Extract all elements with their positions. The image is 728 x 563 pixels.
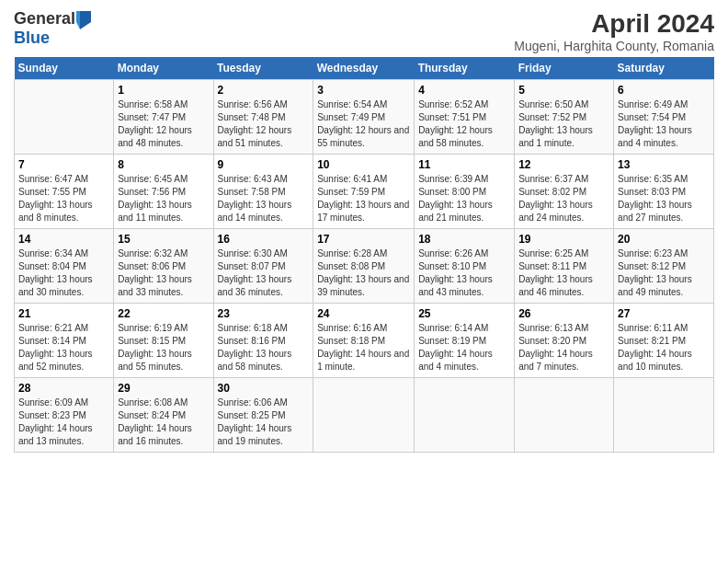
- day-number: 7: [18, 158, 109, 171]
- calendar-cell: 25Sunrise: 6:14 AM Sunset: 8:19 PM Dayli…: [415, 304, 515, 378]
- calendar-cell: 3Sunrise: 6:54 AM Sunset: 7:49 PM Daylig…: [313, 80, 415, 155]
- svg-marker-0: [80, 11, 91, 29]
- logo-icon: [76, 9, 91, 29]
- calendar-cell: [313, 378, 415, 453]
- day-header-thursday: Thursday: [415, 57, 515, 80]
- calendar-header-row: SundayMondayTuesdayWednesdayThursdayFrid…: [15, 57, 714, 80]
- day-info: Sunrise: 6:26 AM Sunset: 8:10 PM Dayligh…: [418, 247, 510, 299]
- calendar-cell: 20Sunrise: 6:23 AM Sunset: 8:12 PM Dayli…: [614, 229, 714, 304]
- calendar-cell: 17Sunrise: 6:28 AM Sunset: 8:08 PM Dayli…: [313, 229, 415, 304]
- day-number: 30: [218, 382, 310, 395]
- calendar-week-row: 14Sunrise: 6:34 AM Sunset: 8:04 PM Dayli…: [15, 229, 714, 304]
- day-info: Sunrise: 6:58 AM Sunset: 7:47 PM Dayligh…: [118, 98, 209, 150]
- day-number: 5: [518, 84, 609, 97]
- day-info: Sunrise: 6:25 AM Sunset: 8:11 PM Dayligh…: [518, 247, 609, 299]
- day-number: 8: [118, 158, 209, 171]
- day-info: Sunrise: 6:49 AM Sunset: 7:54 PM Dayligh…: [618, 98, 710, 150]
- calendar-cell: 5Sunrise: 6:50 AM Sunset: 7:52 PM Daylig…: [515, 80, 614, 155]
- day-number: 2: [218, 84, 310, 97]
- day-info: Sunrise: 6:39 AM Sunset: 8:00 PM Dayligh…: [418, 173, 510, 224]
- calendar-cell: 1Sunrise: 6:58 AM Sunset: 7:47 PM Daylig…: [114, 80, 213, 155]
- day-info: Sunrise: 6:14 AM Sunset: 8:19 PM Dayligh…: [418, 322, 510, 373]
- calendar-cell: 22Sunrise: 6:19 AM Sunset: 8:15 PM Dayli…: [114, 304, 213, 378]
- calendar-cell: 8Sunrise: 6:45 AM Sunset: 7:56 PM Daylig…: [114, 155, 213, 229]
- calendar-cell: 24Sunrise: 6:16 AM Sunset: 8:18 PM Dayli…: [313, 304, 415, 378]
- day-info: Sunrise: 6:34 AM Sunset: 8:04 PM Dayligh…: [18, 247, 109, 299]
- calendar-cell: 11Sunrise: 6:39 AM Sunset: 8:00 PM Dayli…: [415, 155, 515, 229]
- calendar-cell: 18Sunrise: 6:26 AM Sunset: 8:10 PM Dayli…: [415, 229, 515, 304]
- day-info: Sunrise: 6:11 AM Sunset: 8:21 PM Dayligh…: [618, 322, 710, 373]
- day-number: 29: [118, 382, 209, 395]
- day-number: 23: [218, 307, 310, 320]
- day-number: 19: [518, 233, 609, 246]
- day-number: 25: [418, 307, 510, 320]
- calendar-cell: 10Sunrise: 6:41 AM Sunset: 7:59 PM Dayli…: [313, 155, 415, 229]
- page-subtitle: Mugeni, Harghita County, Romania: [514, 39, 714, 53]
- calendar-cell: 21Sunrise: 6:21 AM Sunset: 8:14 PM Dayli…: [15, 304, 114, 378]
- day-info: Sunrise: 6:08 AM Sunset: 8:24 PM Dayligh…: [118, 396, 209, 448]
- calendar-cell: 29Sunrise: 6:08 AM Sunset: 8:24 PM Dayli…: [114, 378, 213, 453]
- day-info: Sunrise: 6:47 AM Sunset: 7:55 PM Dayligh…: [18, 173, 109, 224]
- day-info: Sunrise: 6:45 AM Sunset: 7:56 PM Dayligh…: [118, 173, 209, 224]
- calendar-week-row: 21Sunrise: 6:21 AM Sunset: 8:14 PM Dayli…: [15, 304, 714, 378]
- svg-marker-1: [76, 11, 80, 29]
- day-header-friday: Friday: [515, 57, 614, 80]
- day-number: 16: [218, 233, 310, 246]
- calendar-cell: 4Sunrise: 6:52 AM Sunset: 7:51 PM Daylig…: [415, 80, 515, 155]
- day-info: Sunrise: 6:18 AM Sunset: 8:16 PM Dayligh…: [218, 322, 310, 373]
- calendar-cell: 28Sunrise: 6:09 AM Sunset: 8:23 PM Dayli…: [15, 378, 114, 453]
- day-info: Sunrise: 6:54 AM Sunset: 7:49 PM Dayligh…: [317, 98, 410, 150]
- calendar-cell: 27Sunrise: 6:11 AM Sunset: 8:21 PM Dayli…: [614, 304, 714, 378]
- day-info: Sunrise: 6:28 AM Sunset: 8:08 PM Dayligh…: [317, 247, 410, 299]
- calendar-cell: 13Sunrise: 6:35 AM Sunset: 8:03 PM Dayli…: [614, 155, 714, 229]
- calendar-cell: 23Sunrise: 6:18 AM Sunset: 8:16 PM Dayli…: [213, 304, 313, 378]
- calendar-cell: 15Sunrise: 6:32 AM Sunset: 8:06 PM Dayli…: [114, 229, 213, 304]
- day-number: 27: [618, 307, 710, 320]
- day-number: 14: [18, 233, 109, 246]
- day-number: 4: [418, 84, 510, 97]
- day-info: Sunrise: 6:23 AM Sunset: 8:12 PM Dayligh…: [618, 247, 710, 299]
- day-number: 1: [118, 84, 209, 97]
- calendar-cell: 14Sunrise: 6:34 AM Sunset: 8:04 PM Dayli…: [15, 229, 114, 304]
- calendar-cell: 6Sunrise: 6:49 AM Sunset: 7:54 PM Daylig…: [614, 80, 714, 155]
- day-info: Sunrise: 6:41 AM Sunset: 7:59 PM Dayligh…: [317, 173, 410, 224]
- day-info: Sunrise: 6:35 AM Sunset: 8:03 PM Dayligh…: [618, 173, 710, 224]
- day-number: 10: [317, 158, 410, 171]
- logo-blue-text: Blue: [14, 29, 50, 47]
- day-number: 11: [418, 158, 510, 171]
- calendar-cell: 9Sunrise: 6:43 AM Sunset: 7:58 PM Daylig…: [213, 155, 313, 229]
- day-number: 22: [118, 307, 209, 320]
- header: General Blue April 2024 Mugeni, Harghita…: [14, 9, 714, 53]
- calendar-cell: [415, 378, 515, 453]
- page-container: General Blue April 2024 Mugeni, Harghita…: [0, 0, 728, 462]
- day-number: 20: [618, 233, 710, 246]
- day-number: 15: [118, 233, 209, 246]
- day-number: 28: [18, 382, 109, 395]
- day-header-monday: Monday: [114, 57, 213, 80]
- day-info: Sunrise: 6:09 AM Sunset: 8:23 PM Dayligh…: [18, 396, 109, 448]
- calendar-cell: 7Sunrise: 6:47 AM Sunset: 7:55 PM Daylig…: [15, 155, 114, 229]
- calendar-cell: 26Sunrise: 6:13 AM Sunset: 8:20 PM Dayli…: [515, 304, 614, 378]
- day-number: 24: [317, 307, 410, 320]
- day-number: 21: [18, 307, 109, 320]
- calendar-cell: [515, 378, 614, 453]
- day-info: Sunrise: 6:56 AM Sunset: 7:48 PM Dayligh…: [218, 98, 310, 150]
- calendar-cell: [614, 378, 714, 453]
- calendar-cell: 19Sunrise: 6:25 AM Sunset: 8:11 PM Dayli…: [515, 229, 614, 304]
- day-info: Sunrise: 6:13 AM Sunset: 8:20 PM Dayligh…: [518, 322, 609, 373]
- day-header-sunday: Sunday: [15, 57, 114, 80]
- day-info: Sunrise: 6:52 AM Sunset: 7:51 PM Dayligh…: [418, 98, 510, 150]
- day-info: Sunrise: 6:19 AM Sunset: 8:15 PM Dayligh…: [118, 322, 209, 373]
- day-header-saturday: Saturday: [614, 57, 714, 80]
- day-info: Sunrise: 6:30 AM Sunset: 8:07 PM Dayligh…: [218, 247, 310, 299]
- calendar-week-row: 1Sunrise: 6:58 AM Sunset: 7:47 PM Daylig…: [15, 80, 714, 155]
- day-info: Sunrise: 6:32 AM Sunset: 8:06 PM Dayligh…: [118, 247, 209, 299]
- calendar-table: SundayMondayTuesdayWednesdayThursdayFrid…: [14, 57, 714, 453]
- calendar-week-row: 7Sunrise: 6:47 AM Sunset: 7:55 PM Daylig…: [15, 155, 714, 229]
- day-number: 13: [618, 158, 710, 171]
- logo: General Blue: [14, 9, 91, 48]
- logo-general-text: General: [14, 10, 75, 29]
- day-info: Sunrise: 6:06 AM Sunset: 8:25 PM Dayligh…: [218, 396, 310, 448]
- day-info: Sunrise: 6:21 AM Sunset: 8:14 PM Dayligh…: [18, 322, 109, 373]
- day-info: Sunrise: 6:37 AM Sunset: 8:02 PM Dayligh…: [518, 173, 609, 224]
